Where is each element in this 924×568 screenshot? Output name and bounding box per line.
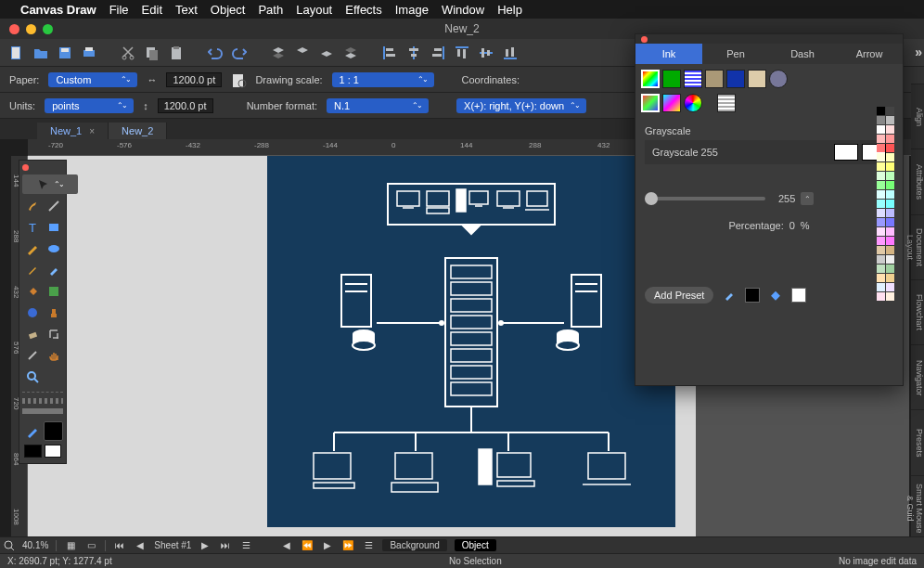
document-tab-new-2[interactable]: New_2 bbox=[109, 123, 167, 139]
layer-front-button[interactable] bbox=[269, 45, 288, 61]
layer-forward-button[interactable] bbox=[293, 45, 312, 61]
color-swatch[interactable] bbox=[877, 218, 885, 226]
save-button[interactable] bbox=[56, 45, 74, 61]
pen-ink-icon[interactable] bbox=[22, 421, 42, 441]
ink-type-solid[interactable] bbox=[641, 70, 660, 88]
next-sheet-button[interactable]: ▶ bbox=[199, 539, 212, 552]
layer-back-button[interactable] bbox=[341, 45, 360, 61]
diamond-icon[interactable] bbox=[769, 289, 782, 302]
app-name[interactable]: Canvas Draw bbox=[20, 3, 96, 17]
fill-black-swatch[interactable] bbox=[24, 445, 42, 458]
ink-type-gradient[interactable] bbox=[662, 70, 681, 88]
fit-width-button[interactable]: ▭ bbox=[84, 539, 97, 552]
knife-tool[interactable] bbox=[22, 345, 42, 365]
color-mode-hsb[interactable] bbox=[684, 94, 702, 112]
eraser-tool[interactable] bbox=[22, 324, 42, 343]
slider-stepper[interactable]: ⌃ bbox=[801, 192, 814, 205]
menu-path[interactable]: Path bbox=[258, 3, 283, 17]
open-button[interactable] bbox=[32, 45, 50, 61]
brush-tool[interactable] bbox=[22, 196, 42, 215]
document-tab-new-1[interactable]: New_1× bbox=[37, 123, 109, 139]
close-tab-icon[interactable]: × bbox=[89, 126, 95, 136]
align-top-button[interactable] bbox=[453, 45, 471, 61]
drawing-scale-select[interactable]: 1 : 1 bbox=[332, 72, 434, 87]
sidetab-document-layout[interactable]: Document Layout bbox=[911, 214, 924, 279]
color-swatch[interactable] bbox=[886, 144, 894, 152]
eyedropper-icon[interactable] bbox=[723, 289, 736, 302]
sidetab-smart-mouse[interactable]: Smart Mouse & Guid bbox=[911, 475, 924, 540]
first-sheet-button[interactable]: ⏮ bbox=[113, 539, 126, 552]
cut-button[interactable] bbox=[119, 45, 137, 61]
line-tool[interactable] bbox=[44, 196, 63, 215]
copy-button[interactable] bbox=[143, 45, 161, 61]
color-swatch[interactable] bbox=[877, 209, 885, 217]
color-mode-grayscale[interactable] bbox=[717, 94, 736, 112]
gradient-tool[interactable] bbox=[44, 281, 63, 301]
search-doc-icon[interactable] bbox=[231, 72, 246, 87]
stroke-color-swatch[interactable] bbox=[44, 421, 63, 441]
color-swatch[interactable] bbox=[886, 200, 894, 208]
pen-tool[interactable] bbox=[22, 239, 42, 258]
prev-layer-fast-button[interactable]: ⏪ bbox=[301, 539, 314, 552]
menu-image[interactable]: Image bbox=[395, 3, 429, 17]
selection-tool[interactable] bbox=[22, 174, 78, 194]
hand-tool[interactable] bbox=[44, 345, 63, 365]
color-swatch[interactable] bbox=[886, 274, 894, 282]
prev-layer-button[interactable]: ◀ bbox=[280, 539, 293, 552]
color-swatch[interactable] bbox=[877, 107, 885, 115]
stroke-style-dashed[interactable] bbox=[22, 398, 63, 404]
color-swatch[interactable] bbox=[886, 255, 894, 264]
ellipse-tool[interactable] bbox=[44, 239, 63, 258]
color-mode-cmyk[interactable] bbox=[662, 94, 681, 112]
color-swatch[interactable] bbox=[877, 283, 885, 291]
ink-type-texture[interactable] bbox=[705, 70, 724, 88]
color-swatch[interactable] bbox=[886, 162, 894, 171]
next-layer-button[interactable]: ▶ bbox=[321, 539, 334, 552]
fit-page-button[interactable]: ▦ bbox=[64, 539, 77, 552]
color-swatch[interactable] bbox=[877, 162, 885, 171]
sidetab-navigator[interactable]: Navigator bbox=[911, 344, 924, 409]
ink-type-pattern[interactable] bbox=[748, 70, 766, 88]
rectangle-tool[interactable] bbox=[44, 217, 63, 237]
fill-tool[interactable] bbox=[22, 281, 42, 301]
layer-backward-button[interactable] bbox=[317, 45, 336, 61]
align-center-v-button[interactable] bbox=[477, 45, 495, 61]
panel-close-button[interactable] bbox=[641, 36, 648, 43]
menu-file[interactable]: File bbox=[109, 3, 129, 17]
color-swatch[interactable] bbox=[886, 190, 894, 199]
color-swatch[interactable] bbox=[877, 172, 885, 180]
color-swatch[interactable] bbox=[877, 116, 885, 124]
layer-menu-button[interactable]: ☰ bbox=[362, 539, 375, 552]
zoom-level[interactable]: 40.1% bbox=[22, 540, 48, 550]
color-swatch[interactable] bbox=[877, 265, 885, 273]
sheet-name[interactable]: Sheet #1 bbox=[154, 540, 191, 550]
color-swatch[interactable] bbox=[877, 181, 885, 189]
menu-text[interactable]: Text bbox=[175, 3, 198, 17]
color-swatch[interactable] bbox=[877, 246, 885, 254]
color-swatch[interactable] bbox=[886, 265, 894, 273]
color-swatch[interactable] bbox=[886, 218, 894, 226]
prev-sheet-button[interactable]: ◀ bbox=[134, 539, 147, 552]
number-format-select[interactable]: N.1 bbox=[327, 98, 429, 113]
color-swatch[interactable] bbox=[886, 283, 894, 291]
color-swatch[interactable] bbox=[877, 292, 885, 301]
toolbar-overflow-button[interactable]: » bbox=[915, 45, 922, 59]
menu-help[interactable]: Help bbox=[497, 3, 522, 17]
align-center-h-button[interactable] bbox=[404, 45, 423, 61]
menu-object[interactable]: Object bbox=[211, 3, 246, 17]
artwork-network-diagram[interactable] bbox=[267, 156, 675, 527]
fill-white-swatch[interactable] bbox=[45, 445, 62, 458]
units-select[interactable]: points bbox=[45, 98, 134, 113]
color-swatch[interactable] bbox=[886, 172, 894, 180]
color-swatch[interactable] bbox=[886, 209, 894, 217]
color-swatch[interactable] bbox=[886, 292, 894, 301]
color-swatch[interactable] bbox=[877, 190, 885, 199]
stamp-tool[interactable] bbox=[44, 303, 63, 322]
text-tool[interactable]: T bbox=[22, 217, 42, 237]
sidetab-align[interactable]: Align bbox=[911, 84, 924, 148]
width-field[interactable]: 1200.0 pt bbox=[166, 72, 222, 87]
layer-tab-background[interactable]: Background bbox=[382, 539, 446, 551]
print-button[interactable] bbox=[80, 45, 98, 61]
window-close-button[interactable] bbox=[9, 24, 19, 34]
color-swatch[interactable] bbox=[886, 116, 894, 124]
